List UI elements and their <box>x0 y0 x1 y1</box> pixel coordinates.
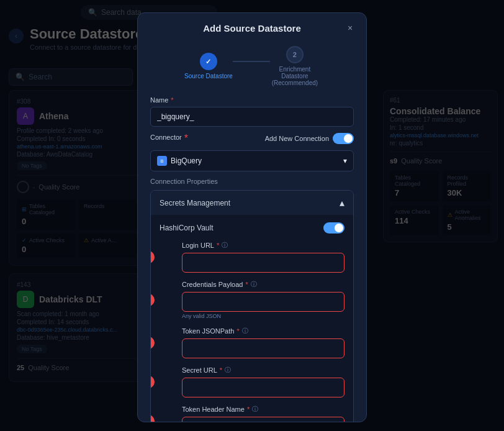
chevron-down-icon: ▾ <box>343 157 347 165</box>
secret-url-info-icon[interactable]: ⓘ <box>225 366 231 374</box>
login-url-input[interactable] <box>182 253 344 273</box>
connection-props-label: Connection Properties <box>150 178 354 185</box>
modal-header: Add Source Datastore × <box>138 13 366 41</box>
token-jsonpath-info-icon[interactable]: ⓘ <box>242 327 248 335</box>
field-number-5: 5 <box>150 415 155 423</box>
token-header-label: Token Header Name * ⓘ <box>182 405 344 414</box>
step-2: 2 Enrichment Datastore (Recommended) <box>270 46 320 86</box>
token-jsonpath-input[interactable] <box>182 338 344 358</box>
secrets-body: HashiCorp Vault 1 Login URL * ⓘ <box>151 215 353 422</box>
hashicorp-label: HashiCorp Vault <box>160 224 213 232</box>
hashicorp-row: HashiCorp Vault <box>160 222 344 234</box>
connector-row: Connector * Add New Connection <box>150 133 354 144</box>
close-button[interactable]: × <box>344 22 356 34</box>
step-1-circle: ✓ <box>200 53 217 70</box>
token-header-field-container: 5 Token Header Name * ⓘ <box>160 405 344 422</box>
chevron-up-icon: ▴ <box>340 197 344 209</box>
add-connection-toggle[interactable] <box>333 133 354 144</box>
hashicorp-toggle[interactable] <box>323 222 344 234</box>
secrets-header[interactable]: Secrets Management ▴ <box>151 191 353 215</box>
add-source-datastore-modal: Add Source Datastore × ✓ Source Datastor… <box>137 12 367 422</box>
name-input[interactable] <box>150 107 354 127</box>
token-jsonpath-label: Token JSONPath * ⓘ <box>182 327 344 335</box>
field-number-2: 2 <box>150 294 155 306</box>
connector-selected-value: B BigQuery <box>157 156 202 166</box>
step-2-circle: 2 <box>286 46 304 63</box>
login-url-field-container: 1 Login URL * ⓘ <box>160 241 344 273</box>
add-connection-row: Add New Connection <box>265 133 354 144</box>
modal-body: Name * Connector * Add New Connection <box>138 96 366 422</box>
step-line <box>233 61 270 62</box>
secrets-panel: Secrets Management ▴ HashiCorp Vault 1 L… <box>150 190 354 422</box>
login-url-label: Login URL * ⓘ <box>182 241 344 250</box>
required-star-connector: * <box>184 133 188 144</box>
credentials-info-icon[interactable]: ⓘ <box>251 280 257 289</box>
field-number-1: 1 <box>150 251 155 263</box>
token-jsonpath-field-container: 3 Token JSONPath * ⓘ <box>160 327 344 358</box>
field-number-3: 3 <box>150 337 155 349</box>
connector-select-group: B BigQuery ▾ <box>150 150 354 171</box>
add-connection-label: Add New Connection <box>265 135 329 142</box>
connector-label: Connector <box>150 134 182 141</box>
credentials-input[interactable] <box>182 292 344 312</box>
modal-overlay: Add Source Datastore × ✓ Source Datastor… <box>0 0 504 431</box>
secrets-header-label: Secrets Management <box>160 199 230 207</box>
stepper: ✓ Source Datastore 2 Enrichment Datastor… <box>138 41 366 96</box>
modal-title: Add Source Datastore <box>203 23 301 34</box>
secret-url-label: Secret URL * ⓘ <box>182 366 344 374</box>
step-1: ✓ Source Datastore <box>184 53 233 79</box>
login-url-info-icon[interactable]: ⓘ <box>222 241 228 250</box>
token-header-input[interactable] <box>182 417 344 422</box>
connector-left: Connector * <box>150 133 188 144</box>
connector-select[interactable]: B BigQuery ▾ <box>150 150 354 171</box>
required-star-name: * <box>171 96 173 104</box>
token-header-info-icon[interactable]: ⓘ <box>252 405 258 414</box>
secret-url-field-container: 4 Secret URL * ⓘ <box>160 366 344 397</box>
step-1-label: Source Datastore <box>184 73 233 79</box>
name-label: Name * <box>150 96 354 104</box>
credentials-hint: Any valid JSON <box>182 313 344 319</box>
field-number-4: 4 <box>150 376 155 388</box>
credentials-field-container: 2 Credentials Payload * ⓘ Any valid JSON <box>160 280 344 319</box>
step-2-label: Enrichment Datastore (Recommended) <box>270 66 320 86</box>
name-field-group: Name * <box>150 96 354 127</box>
secret-url-input[interactable] <box>182 378 344 397</box>
credentials-label: Credentials Payload * ⓘ <box>182 280 344 289</box>
bigquery-icon: B <box>157 156 167 166</box>
